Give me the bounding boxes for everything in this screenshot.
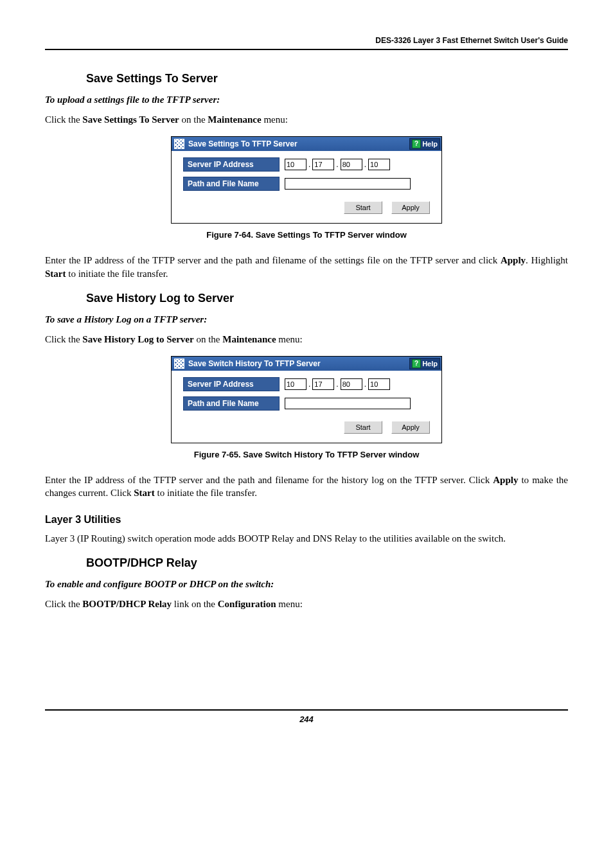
body-click-bootp: Click the BOOTP/DHCP Relay link on the C…	[45, 598, 568, 610]
path-input[interactable]	[285, 178, 411, 190]
apply-button[interactable]: Apply	[391, 201, 430, 214]
app-icon	[174, 359, 184, 369]
label-server-ip: Server IP Address	[183, 377, 280, 391]
ip-dot: .	[335, 160, 339, 169]
ip-dot: .	[308, 380, 311, 389]
app-icon	[174, 139, 184, 149]
path-input[interactable]	[285, 398, 411, 409]
ip-dot: .	[335, 380, 339, 389]
heading-layer3: Layer 3 Utilities	[45, 514, 568, 526]
help-qmark-icon: ?	[412, 139, 421, 148]
ip-octet-2[interactable]	[312, 378, 334, 390]
ip-octet-4[interactable]	[368, 378, 390, 390]
ip-input-group: . . .	[285, 378, 390, 390]
help-button[interactable]: ? Help	[409, 138, 440, 150]
body-layer3: Layer 3 (IP Routing) switch operation mo…	[45, 532, 568, 545]
start-button[interactable]: Start	[344, 201, 382, 214]
page-number: 244	[45, 714, 568, 724]
figure-caption-1: Figure 7-64. Save Settings To TFTP Serve…	[45, 230, 568, 240]
ip-dot: .	[364, 380, 367, 389]
figure-7-64: Save Settings To TFTP Server ? Help Serv…	[45, 136, 568, 224]
ip-dot: .	[364, 160, 367, 169]
panel-titlebar: Save Switch History To TFTP Server ? Hel…	[172, 357, 441, 371]
heading-save-settings: Save Settings To Server	[86, 72, 568, 85]
panel-title-text: Save Settings To TFTP Server	[188, 139, 409, 148]
lead-save-history: To save a History Log on a TFTP server:	[45, 314, 568, 325]
running-head: DES-3326 Layer 3 Fast Ethernet Switch Us…	[45, 36, 568, 49]
bottom-rule	[45, 709, 568, 711]
ip-dot: .	[308, 160, 311, 169]
ip-octet-3[interactable]	[341, 378, 362, 390]
figure-7-65: Save Switch History To TFTP Server ? Hel…	[45, 356, 568, 443]
top-rule	[45, 49, 568, 50]
heading-bootp-dhcp: BOOTP/DHCP Relay	[86, 556, 568, 570]
panel-save-history: Save Switch History To TFTP Server ? Hel…	[171, 356, 442, 443]
ip-octet-4[interactable]	[368, 159, 390, 170]
ip-octet-2[interactable]	[312, 159, 334, 170]
lead-upload-settings: To upload a settings file to the TFTP se…	[45, 94, 568, 105]
body-after-fig1: Enter the IP address of the TFTP server …	[45, 254, 568, 280]
panel-save-settings: Save Settings To TFTP Server ? Help Serv…	[171, 136, 442, 224]
help-button[interactable]: ? Help	[409, 358, 440, 369]
body-click-save-history: Click the Save History Log to Server on …	[45, 333, 568, 346]
panel-titlebar: Save Settings To TFTP Server ? Help	[172, 137, 441, 151]
body-after-fig2: Enter the IP address of the TFTP server …	[45, 474, 568, 500]
start-button[interactable]: Start	[344, 421, 382, 434]
label-path: Path and File Name	[183, 396, 280, 411]
help-qmark-icon: ?	[412, 359, 421, 368]
lead-bootp: To enable and configure BOOTP or DHCP on…	[45, 579, 568, 590]
label-server-ip: Server IP Address	[183, 157, 280, 172]
ip-octet-1[interactable]	[285, 159, 306, 170]
heading-save-history: Save History Log to Server	[86, 292, 568, 305]
apply-button[interactable]: Apply	[391, 421, 430, 434]
figure-caption-2: Figure 7-65. Save Switch History To TFTP…	[45, 450, 568, 459]
body-click-save-settings: Click the Save Settings To Server on the…	[45, 113, 568, 126]
label-path: Path and File Name	[183, 177, 280, 191]
ip-octet-1[interactable]	[285, 378, 306, 390]
ip-octet-3[interactable]	[341, 159, 362, 170]
help-label: Help	[422, 140, 438, 148]
panel-title-text: Save Switch History To TFTP Server	[188, 359, 409, 368]
ip-input-group: . . .	[285, 159, 390, 170]
help-label: Help	[422, 360, 438, 368]
